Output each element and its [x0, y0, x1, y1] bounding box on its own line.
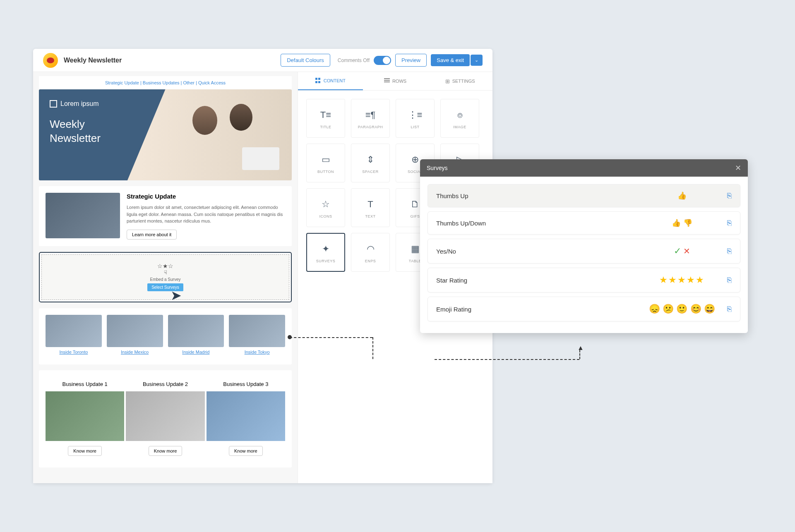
connector-line	[435, 359, 579, 360]
surveys-icon: ✦	[322, 242, 329, 256]
connector-line	[290, 337, 372, 338]
breadcrumb[interactable]: Strategic Update | Business Updates | Ot…	[39, 76, 292, 89]
survey-preview-icon: 😞 😕 🙂 😊 😄	[649, 304, 715, 314]
list-icon: ⋮≡	[408, 108, 423, 122]
thumb-link[interactable]: Inside Toronto	[46, 350, 102, 355]
hero-logo: Lorem ipsum	[50, 100, 155, 108]
widget-label: TITLE	[320, 125, 331, 129]
connector-line	[372, 337, 373, 359]
strategic-title: Strategic Update	[127, 193, 285, 200]
thumb-item[interactable]: Inside Tokyo	[229, 315, 285, 355]
thumb-item[interactable]: Inside Mexico	[107, 315, 163, 355]
default-colours-button[interactable]: Default Colours	[281, 54, 330, 67]
widget-paragraph[interactable]: ≡¶ PARAGRAPH	[351, 99, 390, 138]
preview-button[interactable]: Preview	[395, 54, 427, 67]
widget-text[interactable]: T TEXT	[351, 188, 390, 227]
survey-option-name: Emoji Rating	[436, 306, 649, 313]
spacer-icon: ⇕	[367, 152, 374, 167]
thumb-link[interactable]: Inside Madrid	[168, 350, 224, 355]
popup-title: Surveys	[427, 165, 448, 171]
thumb-item[interactable]: Inside Toronto	[46, 315, 102, 355]
survey-option-name: Yes/No	[436, 248, 649, 255]
grid-icon	[315, 78, 321, 84]
widget-enps[interactable]: ◠ ENPS	[351, 233, 390, 272]
widget-label: ICONS	[319, 214, 332, 218]
survey-option[interactable]: Star Rating ★★★★★ ⎘	[428, 268, 740, 292]
embed-survey-label: Embed a Survey	[150, 277, 181, 282]
survey-option[interactable]: Emoji Rating 😞 😕 🙂 😊 😄 ⎘	[428, 297, 740, 321]
paragraph-icon: ≡¶	[365, 108, 376, 122]
tab-content-label: CONTENT	[324, 78, 346, 83]
know-more-button[interactable]: Know more	[229, 446, 263, 456]
survey-stars-icon: ☆★☆	[157, 263, 173, 269]
business-updates-block[interactable]: Business Update 1 Know moreBusiness Upda…	[39, 370, 292, 467]
hero-logo-text: Lorem ipsum	[60, 100, 98, 108]
widget-icons[interactable]: ☆ ICONS	[306, 188, 345, 227]
thumb-item[interactable]: Inside Madrid	[168, 315, 224, 355]
learn-more-button[interactable]: Learn more about it	[127, 230, 177, 240]
survey-option-name: Star Rating	[436, 277, 649, 284]
business-image	[126, 391, 204, 441]
widget-label: LIST	[411, 125, 419, 129]
widget-button[interactable]: ▭ BUTTON	[306, 144, 345, 182]
surveys-popup: Surveys ✕ Thumbs Up 👍 ⎘Thumbs Up/Down 👍 …	[420, 159, 748, 333]
thumb-link[interactable]: Inside Mexico	[107, 350, 163, 355]
survey-option-name: Thumbs Up	[436, 192, 649, 199]
widget-list[interactable]: ⋮≡ LIST	[396, 99, 435, 138]
know-more-button[interactable]: Know more	[149, 446, 183, 456]
widget-label: PARAGRAPH	[358, 125, 383, 129]
survey-dropzone[interactable]: ☆★☆ ☟ Embed a Survey Select Surveys ➤	[39, 252, 292, 302]
save-exit-dropdown[interactable]: ⌄	[471, 55, 483, 66]
settings-icon: ⊞	[445, 78, 450, 84]
enps-icon: ◠	[367, 242, 375, 256]
tab-rows-label: ROWS	[392, 79, 406, 84]
survey-option[interactable]: Thumbs Up/Down 👍 👎 ⎘	[428, 211, 740, 235]
thumb-image	[46, 315, 102, 347]
widget-label: SPACER	[362, 170, 378, 174]
title-icon: T≡	[320, 108, 331, 122]
business-image	[207, 391, 285, 441]
image-icon: ⌾	[457, 108, 463, 122]
hero-block[interactable]: Lorem ipsum Weekly Newsletter	[39, 89, 292, 180]
insert-icon[interactable]: ⎘	[715, 192, 732, 200]
business-item[interactable]: Business Update 2 Know more	[126, 377, 204, 461]
rows-icon	[384, 78, 390, 84]
widget-label: IMAGE	[453, 125, 466, 129]
tab-rows[interactable]: ROWS	[363, 72, 428, 90]
thumb-link[interactable]: Inside Tokyo	[229, 350, 285, 355]
document-title: Weekly Newsletter	[64, 57, 276, 64]
widget-surveys[interactable]: ✦ SURVEYS	[306, 233, 345, 272]
widget-label: BUTTON	[317, 170, 334, 174]
inside-thumbs-block[interactable]: Inside Toronto Inside Mexico Inside Madr…	[39, 308, 292, 364]
survey-option[interactable]: Thumbs Up 👍 ⎘	[428, 184, 740, 207]
strategic-update-block[interactable]: Strategic Update Lorem ipsum dolor sit a…	[39, 186, 292, 246]
widget-label: GIFS	[410, 214, 420, 218]
square-icon	[50, 100, 57, 108]
text-icon: T	[367, 197, 373, 212]
business-item[interactable]: Business Update 3 Know more	[207, 377, 285, 461]
widget-image[interactable]: ⌾ IMAGE	[440, 99, 479, 138]
widget-title[interactable]: T≡ TITLE	[306, 99, 345, 138]
insert-icon[interactable]: ⎘	[715, 305, 732, 314]
survey-preview-icon: 👍 👎	[649, 218, 715, 228]
know-more-button[interactable]: Know more	[68, 446, 102, 456]
insert-icon[interactable]: ⎘	[715, 276, 732, 285]
survey-preview-icon: ✓ ✕	[649, 246, 715, 256]
thumb-image	[229, 315, 285, 347]
widget-label: SURVEYS	[316, 259, 335, 263]
insert-icon[interactable]: ⎘	[715, 247, 732, 256]
thumb-image	[107, 315, 163, 347]
hero-title: Weekly Newsletter	[50, 117, 155, 146]
insert-icon[interactable]: ⎘	[715, 219, 732, 228]
comments-toggle[interactable]	[374, 56, 391, 65]
save-exit-button[interactable]: Save & exit	[431, 54, 470, 66]
thumb-image	[168, 315, 224, 347]
pointer-icon: ☟	[164, 269, 167, 276]
tab-settings[interactable]: ⊞ SETTINGS	[428, 72, 492, 90]
close-icon[interactable]: ✕	[735, 163, 741, 173]
survey-option[interactable]: Yes/No ✓ ✕ ⎘	[428, 239, 740, 264]
tab-content[interactable]: CONTENT	[298, 72, 363, 90]
business-item[interactable]: Business Update 1 Know more	[46, 377, 124, 461]
business-title: Business Update 1	[46, 377, 124, 391]
widget-spacer[interactable]: ⇕ SPACER	[351, 144, 390, 182]
